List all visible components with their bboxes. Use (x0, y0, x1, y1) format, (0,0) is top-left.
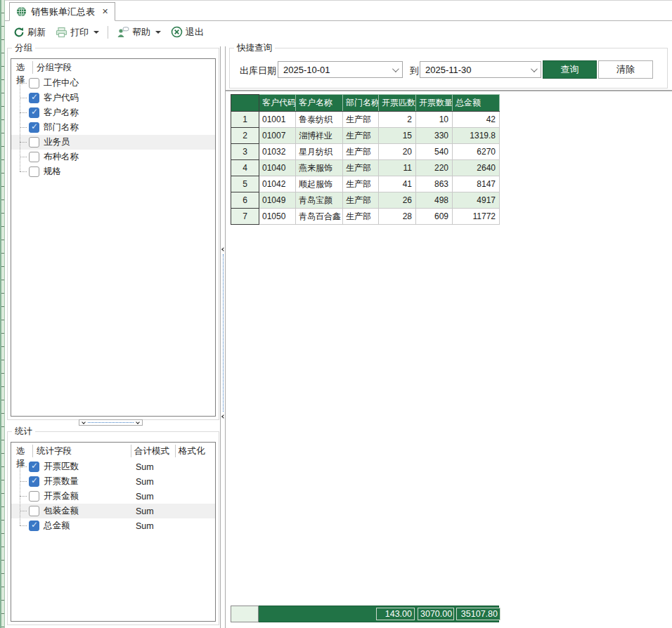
table-cell[interactable]: 01049 (259, 192, 296, 209)
table-cell[interactable]: 11772 (453, 209, 500, 225)
table-cell[interactable]: 4917 (453, 192, 500, 209)
stats-field-row[interactable]: 包装金额 Sum (11, 504, 215, 518)
help-dropdown-caret-icon[interactable] (155, 31, 161, 34)
table-cell[interactable]: 青岛宝颜 (296, 192, 343, 209)
table-cell[interactable]: 01032 (259, 144, 296, 160)
group-field-row[interactable]: 布种名称 (11, 150, 215, 164)
checkbox[interactable] (29, 506, 39, 516)
checkbox[interactable] (29, 93, 39, 103)
table-cell[interactable]: 生产部 (343, 160, 379, 176)
checkbox[interactable] (29, 122, 39, 133)
table-cell[interactable]: 燕来服饰 (296, 160, 343, 176)
table-row[interactable]: 201007淄博祥业生产部153301319.8 (231, 128, 500, 144)
table-cell[interactable]: 41 (379, 176, 416, 192)
table-cell[interactable]: 鲁泰纺织 (296, 112, 343, 128)
help-button[interactable]: 帮助 (112, 24, 166, 41)
refresh-button[interactable]: 刷新 (8, 24, 51, 41)
date-from-combobox[interactable]: 2025-10-01 (278, 61, 403, 78)
table-cell[interactable]: 20 (379, 144, 416, 160)
print-dropdown-caret-icon[interactable] (93, 31, 99, 34)
query-button[interactable]: 查询 (543, 60, 597, 79)
table-cell[interactable]: 26 (379, 192, 416, 209)
table-row[interactable]: 701050青岛百合鑫生产部2860911772 (231, 209, 500, 225)
group-field-row[interactable]: 业务员 (11, 135, 215, 150)
table-cell[interactable]: 01040 (259, 160, 296, 176)
column-header[interactable]: 开票匹数 (379, 95, 416, 112)
table-cell[interactable]: 生产部 (343, 112, 379, 128)
table-cell[interactable]: 生产部 (343, 144, 379, 160)
checkbox[interactable] (29, 107, 39, 118)
checkbox[interactable] (29, 476, 39, 487)
checkbox[interactable] (29, 152, 39, 162)
table-cell[interactable]: 01007 (259, 128, 296, 144)
table-cell[interactable]: 生产部 (343, 176, 379, 192)
checkbox[interactable] (29, 491, 39, 502)
checkbox[interactable] (29, 521, 39, 531)
table-cell[interactable]: 星月纺织 (296, 144, 343, 160)
clear-button[interactable]: 清除 (598, 60, 653, 79)
table-row[interactable]: 101001鲁泰纺织生产部21042 (231, 112, 500, 128)
table-cell[interactable]: 42 (453, 112, 500, 128)
table-cell[interactable]: 淄博祥业 (296, 128, 343, 144)
table-cell[interactable]: 220 (416, 160, 453, 176)
horizontal-splitter-handle[interactable] (79, 419, 143, 426)
table-cell[interactable]: 1319.8 (453, 128, 500, 144)
table-cell[interactable]: 01050 (259, 209, 296, 225)
stats-field-row[interactable]: 开票匹数 Sum (11, 459, 215, 474)
print-button[interactable]: 打印 (51, 24, 104, 41)
table-cell[interactable]: 330 (416, 128, 453, 144)
table-cell[interactable]: 11 (379, 160, 416, 176)
docked-panel-strip[interactable] (0, 0, 5, 628)
table-cell[interactable]: 青岛百合鑫 (296, 209, 343, 225)
column-header[interactable]: 客户代码 (259, 95, 296, 112)
table-row[interactable]: 601049青岛宝颜生产部264984917 (231, 192, 500, 209)
checkbox[interactable] (29, 137, 39, 148)
table-row[interactable]: 301032星月纺织生产部205406270 (231, 144, 500, 160)
group-field-row[interactable]: 工作中心 (11, 76, 215, 91)
table-cell[interactable]: 生产部 (343, 209, 379, 225)
table-cell[interactable]: 863 (416, 176, 453, 192)
checkbox[interactable] (29, 78, 39, 89)
table-cell[interactable]: 6270 (453, 144, 500, 160)
table-cell[interactable]: 8147 (453, 176, 500, 192)
collapse-down-icon[interactable] (136, 420, 140, 424)
table-cell[interactable]: 10 (416, 112, 453, 128)
vertical-splitter[interactable] (220, 46, 226, 628)
stats-field-row[interactable]: 开票数量 Sum (11, 474, 215, 489)
table-cell[interactable]: 540 (416, 144, 453, 160)
group-header-field[interactable]: 分组字段 (33, 61, 72, 74)
stats-field-row[interactable]: 总金额 Sum (11, 518, 215, 533)
stats-header-mode[interactable]: 合计模式 (131, 445, 176, 457)
checkbox[interactable] (29, 462, 39, 472)
table-cell[interactable]: 01001 (259, 112, 296, 128)
table-cell[interactable]: 顺起服饰 (296, 176, 343, 192)
collapse-left-icon[interactable] (221, 414, 226, 419)
column-header[interactable]: 部门名称 (343, 95, 379, 112)
stats-header-format[interactable]: 格式化 (176, 445, 205, 457)
stats-header-field[interactable]: 统计字段 (33, 445, 131, 457)
table-cell[interactable]: 15 (379, 128, 416, 144)
column-header[interactable]: 客户名称 (296, 95, 343, 112)
table-row[interactable]: 401040燕来服饰生产部112202640 (231, 160, 500, 176)
group-field-row[interactable]: 规格 (11, 164, 215, 179)
checkbox[interactable] (29, 166, 39, 177)
table-cell[interactable]: 生产部 (343, 192, 379, 209)
table-cell[interactable]: 生产部 (343, 128, 379, 144)
column-header[interactable]: 总金额 (453, 95, 500, 112)
exit-button[interactable]: 退出 (166, 24, 209, 41)
table-cell[interactable]: 498 (416, 192, 453, 209)
table-row[interactable]: 501042顺起服饰生产部418638147 (231, 176, 500, 192)
group-field-row[interactable]: 客户代码 (11, 91, 215, 105)
column-header[interactable]: 开票数量 (416, 95, 453, 112)
stats-field-row[interactable]: 开票金额 Sum (11, 489, 215, 504)
tab-close-icon[interactable]: ✕ (102, 7, 108, 16)
date-to-combobox[interactable]: 2025-11-30 (420, 61, 541, 78)
group-field-row[interactable]: 客户名称 (11, 105, 215, 120)
table-cell[interactable]: 01042 (259, 176, 296, 192)
collapse-down-icon[interactable] (82, 420, 86, 424)
table-cell[interactable]: 2 (379, 112, 416, 128)
table-cell[interactable]: 609 (416, 209, 453, 225)
group-header-select[interactable]: 选择 (11, 61, 33, 74)
tab-sales-summary[interactable]: 销售账单汇总表 ✕ (9, 2, 115, 21)
table-cell[interactable]: 2640 (453, 160, 500, 176)
